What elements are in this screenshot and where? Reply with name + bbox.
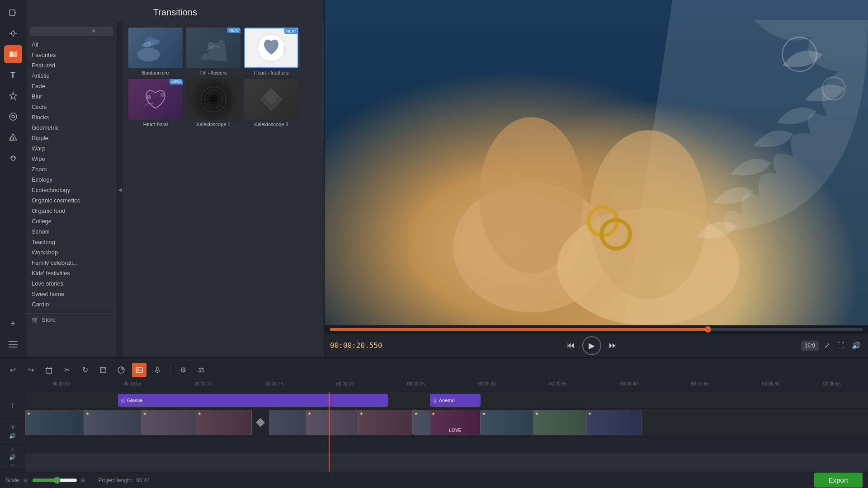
clip-star-1: ★: [27, 411, 31, 416]
transition-marker-1: [252, 410, 269, 435]
category-school[interactable]: School: [26, 226, 117, 237]
video-clip-4[interactable]: ★: [196, 410, 252, 435]
toolbar-shapes[interactable]: [4, 128, 22, 146]
undo-button[interactable]: ↩: [5, 363, 20, 377]
category-ripple[interactable]: Ripple: [26, 133, 117, 143]
transitions-content: ✕ All Favorites Featured Artistic Fade B…: [26, 22, 324, 357]
toolbar-video[interactable]: [4, 4, 22, 22]
category-warp[interactable]: Warp: [26, 143, 117, 154]
settings-button[interactable]: ⚙: [176, 363, 190, 377]
preview-section: 00:00:20.550 ⏮ ▶ ⏭ 16:9 ⤢ ⛶ 🔊: [325, 0, 868, 357]
category-love[interactable]: Love stories: [26, 278, 117, 289]
toolbar-add[interactable]: +: [4, 314, 22, 333]
image-button[interactable]: [132, 363, 146, 377]
toolbar-menu[interactable]: [4, 335, 22, 353]
category-family[interactable]: Family celebrati...: [26, 258, 117, 268]
clear-search-icon[interactable]: ✕: [91, 28, 96, 34]
category-organic-cosmetics[interactable]: Organic cosmetics: [26, 195, 117, 206]
clip-star-8: ★: [414, 411, 418, 416]
store-button[interactable]: 🛒 Store: [26, 313, 117, 326]
skip-to-end-button[interactable]: ⏭: [605, 338, 621, 354]
category-workshop[interactable]: Workshop: [26, 247, 117, 258]
video-clip-2[interactable]: ★: [84, 410, 142, 435]
title-clip-anemo[interactable]: ◎ Anemo: [430, 394, 481, 407]
video-clip-6[interactable]: ★: [306, 410, 359, 435]
toolbar-motion[interactable]: [4, 149, 22, 167]
category-organic-food[interactable]: Organic food: [26, 206, 117, 216]
crop-button[interactable]: [96, 363, 110, 377]
transition-fill-flowers[interactable]: NEW Fill - flowers: [186, 28, 241, 75]
clip-star-4: ★: [198, 411, 202, 416]
eye-icon[interactable]: 👁: [9, 424, 16, 431]
toolbar-effects[interactable]: [4, 87, 22, 105]
category-all[interactable]: All: [26, 39, 117, 50]
category-ecology[interactable]: Ecology: [26, 174, 117, 185]
transition-boutonniere[interactable]: Boutonniere: [128, 28, 183, 75]
fullscreen-button[interactable]: ⛶: [835, 340, 846, 352]
thumb-boutonniere-img: [128, 28, 183, 68]
collapse-panel-arrow[interactable]: ◀: [117, 22, 123, 357]
category-teaching[interactable]: Teaching: [26, 237, 117, 247]
scale-slider[interactable]: [32, 477, 77, 484]
progress-thumb[interactable]: [705, 326, 711, 333]
video-clip-9[interactable]: ★: [481, 410, 533, 435]
category-artistic[interactable]: Artistic: [26, 70, 117, 81]
transition-heart-feathers[interactable]: NEW Heart - feathers: [244, 28, 298, 75]
category-blocks[interactable]: Blocks: [26, 112, 117, 122]
category-fade[interactable]: Fade: [26, 81, 117, 91]
thumb-boutonniere-label: Boutonniere: [128, 70, 183, 75]
video-clip-1[interactable]: ★: [25, 410, 84, 435]
mic-button[interactable]: [150, 363, 165, 377]
play-pause-button[interactable]: ▶: [582, 336, 601, 355]
video-clip-love[interactable]: ★ LOVE: [430, 410, 481, 435]
video-preview: [325, 0, 868, 325]
thumb-heart-floral-img: NEW: [128, 79, 183, 120]
transition-heart-floral[interactable]: NEW Heart-floral: [128, 79, 183, 127]
volume-button[interactable]: 🔊: [850, 339, 863, 352]
category-kids[interactable]: Kids' festivities: [26, 268, 117, 278]
category-circle[interactable]: Circle: [26, 102, 117, 112]
cut-button[interactable]: ✂: [60, 363, 74, 377]
video-clip-10[interactable]: ★: [533, 410, 586, 435]
video-clip-11[interactable]: ★: [586, 410, 641, 435]
top-area: T +: [0, 0, 868, 357]
search-bar[interactable]: ✕: [30, 27, 113, 36]
export-button[interactable]: Export: [814, 473, 863, 488]
category-geometric[interactable]: Geometric: [26, 122, 117, 133]
category-blur[interactable]: Blur: [26, 91, 117, 102]
progress-bar-container: [325, 325, 868, 333]
toolbar-transitions[interactable]: [4, 45, 22, 63]
video-clip-3[interactable]: ★: [142, 410, 196, 435]
category-ecotechnology[interactable]: Ecotechnology: [26, 185, 117, 195]
audio-mute-icon[interactable]: 🔊: [9, 454, 16, 460]
audio-cut-icon[interactable]: ✂: [10, 462, 15, 469]
adjust-button[interactable]: ⚖: [194, 363, 208, 377]
toolbar-tools[interactable]: [4, 108, 22, 126]
time-display: 00:00:20.550: [330, 341, 382, 350]
transition-kaleidoscope2[interactable]: Kaleidoscope 2: [244, 79, 298, 127]
skip-to-start-button[interactable]: ⏮: [562, 338, 579, 354]
search-input[interactable]: [33, 28, 91, 34]
toolbar-cursor[interactable]: [4, 24, 22, 42]
clip-star-2: ★: [85, 411, 90, 416]
category-college[interactable]: College: [26, 216, 117, 226]
category-zoom[interactable]: Zoom: [26, 164, 117, 174]
category-featured[interactable]: Featured: [26, 60, 117, 70]
category-favorites[interactable]: Favorites: [26, 50, 117, 60]
progress-bar[interactable]: [330, 328, 863, 331]
redo-button[interactable]: ↪: [24, 363, 38, 377]
title-clip-glasse[interactable]: ◎ Glasse: [118, 394, 387, 407]
transition-kaleidoscope1[interactable]: Kaleidoscope 1: [186, 79, 241, 127]
category-sweet-home[interactable]: Sweet home: [26, 289, 117, 299]
redo2-button[interactable]: ↻: [78, 363, 92, 377]
color-button[interactable]: [114, 363, 128, 377]
category-cardio[interactable]: Cardio: [26, 299, 117, 310]
video-clip-7[interactable]: ★: [358, 410, 413, 435]
toolbar-text[interactable]: T: [4, 66, 22, 84]
category-wipe[interactable]: Wipe: [26, 154, 117, 164]
audio-icon[interactable]: 🔊: [9, 433, 16, 439]
fullscreen-export-button[interactable]: ⤢: [822, 339, 832, 352]
delete-button[interactable]: [42, 363, 56, 377]
aspect-ratio-button[interactable]: 16:9: [801, 341, 819, 351]
thumb-kaleidoscope1-img: [186, 79, 241, 120]
